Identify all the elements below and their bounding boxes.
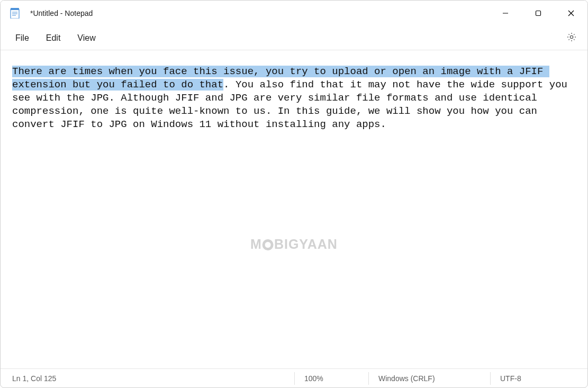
status-zoom[interactable]: 100% bbox=[294, 372, 368, 385]
maximize-button[interactable] bbox=[522, 1, 555, 26]
watermark-ring-icon bbox=[263, 239, 274, 250]
svg-rect-1 bbox=[11, 8, 19, 10]
menu-file[interactable]: File bbox=[7, 29, 38, 47]
menubar: File Edit View bbox=[1, 26, 587, 50]
status-encoding: UTF-8 bbox=[490, 372, 585, 385]
menu-view[interactable]: View bbox=[69, 29, 104, 47]
close-button[interactable] bbox=[555, 1, 587, 26]
window-controls bbox=[489, 1, 587, 26]
statusbar: Ln 1, Col 125 100% Windows (CRLF) UTF-8 bbox=[1, 368, 587, 387]
settings-button[interactable] bbox=[562, 29, 581, 48]
svg-point-9 bbox=[570, 35, 573, 38]
window-title: *Untitled - Notepad bbox=[30, 9, 93, 17]
watermark: M BIGYAAN bbox=[250, 238, 338, 251]
status-line-ending: Windows (CRLF) bbox=[368, 372, 490, 385]
notepad-app-icon bbox=[10, 8, 20, 19]
watermark-m: M bbox=[250, 238, 262, 251]
text-editor[interactable]: There are times when you face this issue… bbox=[1, 50, 587, 368]
gear-icon bbox=[566, 32, 577, 44]
svg-rect-6 bbox=[536, 11, 541, 16]
status-cursor-position: Ln 1, Col 125 bbox=[3, 372, 294, 385]
menu-edit[interactable]: Edit bbox=[38, 29, 69, 47]
titlebar: *Untitled - Notepad bbox=[1, 1, 587, 26]
watermark-rest: BIGYAAN bbox=[274, 238, 338, 251]
minimize-button[interactable] bbox=[489, 1, 522, 26]
